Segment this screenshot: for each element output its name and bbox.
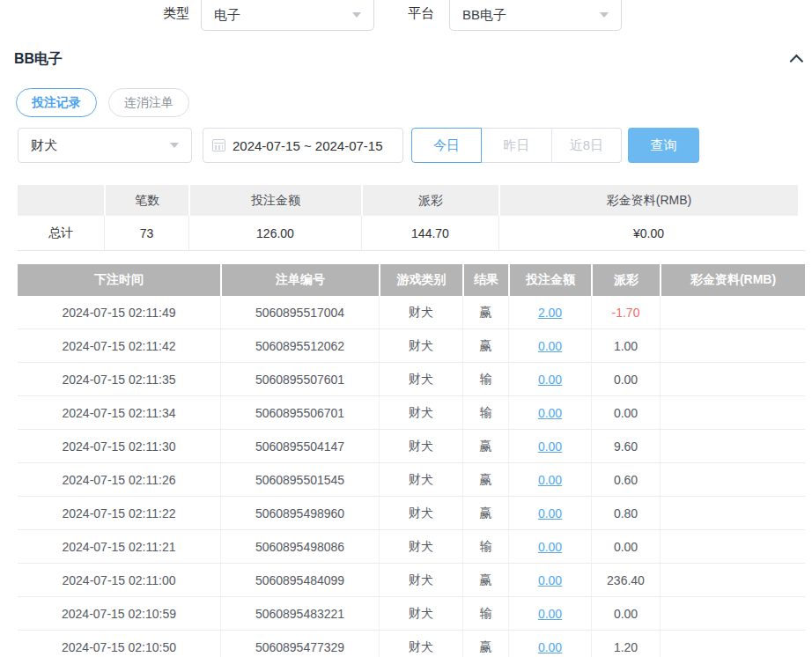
- game-select[interactable]: 财犬: [18, 128, 192, 163]
- payout-cell: 9.60: [591, 430, 660, 462]
- bet-amount-value[interactable]: 0.00: [538, 540, 562, 554]
- header-bonus: 彩金资料(RMB): [660, 264, 805, 296]
- search-button[interactable]: 查询: [628, 128, 699, 163]
- bet-amount-link[interactable]: 0.00: [508, 497, 591, 529]
- game-select-value: 财犬: [31, 137, 170, 154]
- order-number-cell: 5060895501545: [220, 463, 379, 496]
- order-number-cell: 5060895477329: [220, 631, 379, 657]
- bonus-cell: [660, 530, 805, 563]
- summary-table-header: 笔数 投注金额 派彩 彩金资料(RMB): [18, 185, 805, 216]
- summary-total-bonus: ¥0.00: [498, 216, 798, 250]
- bet-time-cell: 2024-07-15 02:11:00: [18, 564, 220, 596]
- quick-date-buttons: 今日 昨日 近8日: [411, 128, 622, 163]
- bet-amount-value[interactable]: 0.00: [538, 439, 562, 454]
- summary-total-count: 73: [104, 216, 188, 250]
- caret-down-icon: [170, 143, 179, 148]
- order-number-cell: 5060895512062: [220, 329, 379, 362]
- bet-time-cell: 2024-07-15 02:10:50: [18, 631, 220, 657]
- bet-time-cell: 2024-07-15 02:11:30: [18, 430, 220, 462]
- records-table: 下注时间 注单编号 游戏类别 结果 投注金额 派彩 彩金资料(RMB) 2024…: [18, 264, 805, 657]
- date-range-input[interactable]: 2024-07-15 ~ 2024-07-15: [203, 128, 403, 163]
- bet-amount-value[interactable]: 0.00: [538, 573, 562, 587]
- bet-amount-value[interactable]: 0.00: [538, 473, 562, 487]
- order-number-cell: 5060895498086: [220, 530, 379, 563]
- game-type-cell: 财犬: [379, 329, 462, 362]
- bet-amount-link[interactable]: 0.00: [508, 463, 591, 496]
- game-type-cell: 财犬: [379, 396, 462, 429]
- bet-time-cell: 2024-07-15 02:11:35: [18, 363, 220, 395]
- bet-amount-link[interactable]: 2.00: [508, 296, 591, 328]
- bet-amount-link[interactable]: 0.00: [508, 530, 591, 563]
- bonus-cell: [660, 564, 805, 596]
- bet-amount-value[interactable]: 0.00: [538, 640, 562, 654]
- order-number-cell: 5060895484099: [220, 564, 379, 596]
- summary-header-payout: 派彩: [363, 185, 498, 216]
- table-row: 2024-07-15 02:11:265060895501545财犬赢0.000…: [18, 463, 805, 497]
- platform-select-value: BB电子: [462, 7, 600, 24]
- bet-amount-value[interactable]: 0.00: [538, 506, 562, 520]
- top-filter-bar: 类型 电子 平台 BB电子: [0, 0, 812, 33]
- bet-amount-value[interactable]: 0.00: [538, 607, 562, 621]
- calendar-icon: [212, 139, 225, 151]
- today-button[interactable]: 今日: [411, 128, 482, 163]
- header-bet-amount: 投注金额: [508, 264, 591, 296]
- bet-amount-link[interactable]: 0.00: [508, 396, 591, 429]
- order-number-cell: 5060895498960: [220, 497, 379, 529]
- yesterday-button[interactable]: 昨日: [482, 128, 551, 163]
- records-table-body: 2024-07-15 02:11:495060895517004财犬赢2.00-…: [18, 296, 805, 657]
- header-order-number: 注单编号: [220, 264, 379, 296]
- tab-bet-records[interactable]: 投注记录: [16, 88, 97, 117]
- game-type-cell: 财犬: [379, 430, 462, 462]
- bet-amount-value[interactable]: 0.00: [538, 373, 562, 387]
- bet-time-cell: 2024-07-15 02:10:59: [18, 597, 220, 630]
- bet-amount-value[interactable]: 0.00: [538, 406, 562, 420]
- bet-amount-link[interactable]: 0.00: [508, 597, 591, 630]
- payout-cell: -1.70: [591, 296, 660, 328]
- bet-time-cell: 2024-07-15 02:11:34: [18, 396, 220, 429]
- platform-label: 平台: [408, 5, 434, 22]
- summary-header-bonus: 彩金资料(RMB): [500, 185, 798, 216]
- result-cell: 输: [462, 363, 508, 395]
- result-cell: 输: [462, 530, 508, 563]
- section-title: BB电子: [14, 50, 63, 69]
- table-row: 2024-07-15 02:10:595060895483221财犬输0.000…: [18, 597, 805, 631]
- payout-cell: 0.80: [591, 497, 660, 529]
- header-payout: 派彩: [591, 264, 660, 296]
- platform-select[interactable]: BB电子: [449, 0, 622, 31]
- last-8-days-button[interactable]: 近8日: [551, 128, 622, 163]
- game-type-cell: 财犬: [379, 363, 462, 395]
- result-cell: 赢: [462, 631, 508, 657]
- chevron-up-icon[interactable]: [790, 54, 804, 68]
- bonus-cell: [660, 497, 805, 529]
- bet-amount-link[interactable]: 0.00: [508, 430, 591, 462]
- type-select-value: 电子: [214, 7, 352, 24]
- payout-cell: 0.00: [591, 597, 660, 630]
- game-type-cell: 财犬: [379, 631, 462, 657]
- header-game-type: 游戏类别: [379, 264, 462, 296]
- tabs: 投注记录 连消注单: [16, 88, 189, 117]
- bet-amount-link[interactable]: 0.00: [508, 631, 591, 657]
- order-number-cell: 5060895517004: [220, 296, 379, 328]
- table-row: 2024-07-15 02:11:355060895507601财犬输0.000…: [18, 363, 805, 396]
- bet-amount-value[interactable]: 0.00: [538, 339, 562, 353]
- order-number-cell: 5060895506701: [220, 396, 379, 429]
- table-row: 2024-07-15 02:11:005060895484099财犬赢0.002…: [18, 564, 805, 597]
- bonus-cell: [660, 597, 805, 630]
- table-row: 2024-07-15 02:11:425060895512062财犬赢0.001…: [18, 329, 805, 363]
- bonus-cell: [660, 363, 805, 395]
- result-cell: 赢: [462, 564, 508, 596]
- bet-amount-value[interactable]: 2.00: [538, 306, 562, 320]
- summary-total-row: 总计 73 126.00 144.70 ¥0.00: [18, 216, 805, 251]
- bet-time-cell: 2024-07-15 02:11:42: [18, 329, 220, 362]
- bet-amount-link[interactable]: 0.00: [508, 564, 591, 596]
- tab-cancelled-orders[interactable]: 连消注单: [108, 88, 189, 117]
- bet-amount-link[interactable]: 0.00: [508, 329, 591, 362]
- table-row: 2024-07-15 02:11:495060895517004财犬赢2.00-…: [18, 296, 805, 329]
- filter-bar: 财犬 2024-07-15 ~ 2024-07-15 今日 昨日 近8日 查询: [0, 128, 812, 163]
- bet-amount-link[interactable]: 0.00: [508, 363, 591, 395]
- bonus-cell: [660, 396, 805, 429]
- type-select[interactable]: 电子: [201, 0, 374, 31]
- game-type-cell: 财犬: [379, 463, 462, 496]
- order-number-cell: 5060895507601: [220, 363, 379, 395]
- result-cell: 赢: [462, 463, 508, 496]
